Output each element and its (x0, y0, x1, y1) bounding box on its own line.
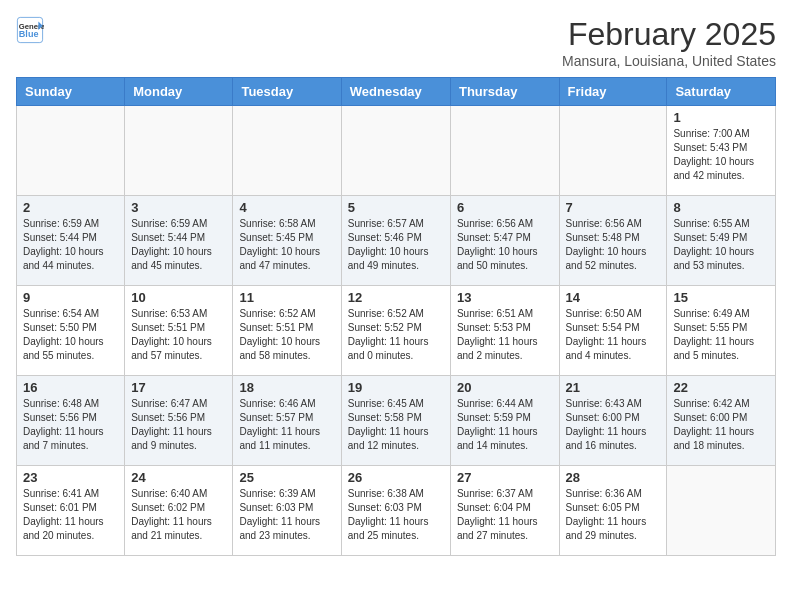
calendar-cell: 16Sunrise: 6:48 AM Sunset: 5:56 PM Dayli… (17, 376, 125, 466)
title-block: February 2025 Mansura, Louisiana, United… (562, 16, 776, 69)
day-info: Sunrise: 6:38 AM Sunset: 6:03 PM Dayligh… (348, 487, 444, 543)
day-info: Sunrise: 6:44 AM Sunset: 5:59 PM Dayligh… (457, 397, 553, 453)
calendar-cell: 8Sunrise: 6:55 AM Sunset: 5:49 PM Daylig… (667, 196, 776, 286)
calendar-cell: 20Sunrise: 6:44 AM Sunset: 5:59 PM Dayli… (450, 376, 559, 466)
day-info: Sunrise: 6:52 AM Sunset: 5:51 PM Dayligh… (239, 307, 334, 363)
calendar-cell: 28Sunrise: 6:36 AM Sunset: 6:05 PM Dayli… (559, 466, 667, 556)
day-info: Sunrise: 6:58 AM Sunset: 5:45 PM Dayligh… (239, 217, 334, 273)
month-title: February 2025 (562, 16, 776, 53)
day-number: 11 (239, 290, 334, 305)
day-number: 21 (566, 380, 661, 395)
day-number: 22 (673, 380, 769, 395)
calendar-cell (17, 106, 125, 196)
day-number: 6 (457, 200, 553, 215)
day-info: Sunrise: 6:57 AM Sunset: 5:46 PM Dayligh… (348, 217, 444, 273)
day-info: Sunrise: 6:41 AM Sunset: 6:01 PM Dayligh… (23, 487, 118, 543)
weekday-header: Tuesday (233, 78, 341, 106)
calendar-cell: 26Sunrise: 6:38 AM Sunset: 6:03 PM Dayli… (341, 466, 450, 556)
calendar-week-row: 9Sunrise: 6:54 AM Sunset: 5:50 PM Daylig… (17, 286, 776, 376)
calendar-cell (450, 106, 559, 196)
calendar-cell: 1Sunrise: 7:00 AM Sunset: 5:43 PM Daylig… (667, 106, 776, 196)
day-number: 1 (673, 110, 769, 125)
day-info: Sunrise: 6:43 AM Sunset: 6:00 PM Dayligh… (566, 397, 661, 453)
calendar-cell: 17Sunrise: 6:47 AM Sunset: 5:56 PM Dayli… (125, 376, 233, 466)
day-info: Sunrise: 6:54 AM Sunset: 5:50 PM Dayligh… (23, 307, 118, 363)
day-info: Sunrise: 6:52 AM Sunset: 5:52 PM Dayligh… (348, 307, 444, 363)
calendar-cell: 9Sunrise: 6:54 AM Sunset: 5:50 PM Daylig… (17, 286, 125, 376)
calendar-cell: 10Sunrise: 6:53 AM Sunset: 5:51 PM Dayli… (125, 286, 233, 376)
calendar-week-row: 23Sunrise: 6:41 AM Sunset: 6:01 PM Dayli… (17, 466, 776, 556)
day-info: Sunrise: 6:46 AM Sunset: 5:57 PM Dayligh… (239, 397, 334, 453)
weekday-header: Monday (125, 78, 233, 106)
calendar-cell: 22Sunrise: 6:42 AM Sunset: 6:00 PM Dayli… (667, 376, 776, 466)
day-number: 25 (239, 470, 334, 485)
calendar-cell (125, 106, 233, 196)
calendar-cell (341, 106, 450, 196)
calendar-cell (667, 466, 776, 556)
weekday-header: Friday (559, 78, 667, 106)
day-info: Sunrise: 6:53 AM Sunset: 5:51 PM Dayligh… (131, 307, 226, 363)
day-number: 14 (566, 290, 661, 305)
day-info: Sunrise: 6:39 AM Sunset: 6:03 PM Dayligh… (239, 487, 334, 543)
calendar-week-row: 2Sunrise: 6:59 AM Sunset: 5:44 PM Daylig… (17, 196, 776, 286)
calendar-cell: 25Sunrise: 6:39 AM Sunset: 6:03 PM Dayli… (233, 466, 341, 556)
weekday-header: Saturday (667, 78, 776, 106)
logo: General Blue (16, 16, 44, 44)
calendar-cell: 3Sunrise: 6:59 AM Sunset: 5:44 PM Daylig… (125, 196, 233, 286)
calendar-cell: 18Sunrise: 6:46 AM Sunset: 5:57 PM Dayli… (233, 376, 341, 466)
day-number: 7 (566, 200, 661, 215)
day-number: 18 (239, 380, 334, 395)
day-info: Sunrise: 6:55 AM Sunset: 5:49 PM Dayligh… (673, 217, 769, 273)
day-info: Sunrise: 6:48 AM Sunset: 5:56 PM Dayligh… (23, 397, 118, 453)
day-info: Sunrise: 7:00 AM Sunset: 5:43 PM Dayligh… (673, 127, 769, 183)
calendar-week-row: 1Sunrise: 7:00 AM Sunset: 5:43 PM Daylig… (17, 106, 776, 196)
calendar-cell: 14Sunrise: 6:50 AM Sunset: 5:54 PM Dayli… (559, 286, 667, 376)
day-number: 2 (23, 200, 118, 215)
day-info: Sunrise: 6:42 AM Sunset: 6:00 PM Dayligh… (673, 397, 769, 453)
calendar-cell: 7Sunrise: 6:56 AM Sunset: 5:48 PM Daylig… (559, 196, 667, 286)
day-number: 10 (131, 290, 226, 305)
weekday-header: Thursday (450, 78, 559, 106)
day-info: Sunrise: 6:59 AM Sunset: 5:44 PM Dayligh… (23, 217, 118, 273)
day-number: 28 (566, 470, 661, 485)
day-number: 15 (673, 290, 769, 305)
day-number: 17 (131, 380, 226, 395)
day-number: 16 (23, 380, 118, 395)
day-number: 23 (23, 470, 118, 485)
calendar-cell: 12Sunrise: 6:52 AM Sunset: 5:52 PM Dayli… (341, 286, 450, 376)
calendar-cell: 2Sunrise: 6:59 AM Sunset: 5:44 PM Daylig… (17, 196, 125, 286)
calendar-table: SundayMondayTuesdayWednesdayThursdayFrid… (16, 77, 776, 556)
day-info: Sunrise: 6:45 AM Sunset: 5:58 PM Dayligh… (348, 397, 444, 453)
day-number: 27 (457, 470, 553, 485)
day-number: 13 (457, 290, 553, 305)
day-number: 5 (348, 200, 444, 215)
calendar-cell: 21Sunrise: 6:43 AM Sunset: 6:00 PM Dayli… (559, 376, 667, 466)
day-info: Sunrise: 6:59 AM Sunset: 5:44 PM Dayligh… (131, 217, 226, 273)
day-info: Sunrise: 6:56 AM Sunset: 5:47 PM Dayligh… (457, 217, 553, 273)
day-number: 3 (131, 200, 226, 215)
day-number: 9 (23, 290, 118, 305)
day-number: 8 (673, 200, 769, 215)
weekday-header-row: SundayMondayTuesdayWednesdayThursdayFrid… (17, 78, 776, 106)
svg-text:Blue: Blue (19, 29, 39, 39)
calendar-cell: 27Sunrise: 6:37 AM Sunset: 6:04 PM Dayli… (450, 466, 559, 556)
day-number: 19 (348, 380, 444, 395)
weekday-header: Sunday (17, 78, 125, 106)
day-info: Sunrise: 6:56 AM Sunset: 5:48 PM Dayligh… (566, 217, 661, 273)
calendar-cell: 13Sunrise: 6:51 AM Sunset: 5:53 PM Dayli… (450, 286, 559, 376)
calendar-cell: 24Sunrise: 6:40 AM Sunset: 6:02 PM Dayli… (125, 466, 233, 556)
calendar-cell (233, 106, 341, 196)
day-info: Sunrise: 6:50 AM Sunset: 5:54 PM Dayligh… (566, 307, 661, 363)
day-number: 20 (457, 380, 553, 395)
day-info: Sunrise: 6:40 AM Sunset: 6:02 PM Dayligh… (131, 487, 226, 543)
calendar-cell: 6Sunrise: 6:56 AM Sunset: 5:47 PM Daylig… (450, 196, 559, 286)
page-header: General Blue February 2025 Mansura, Loui… (16, 16, 776, 69)
calendar-week-row: 16Sunrise: 6:48 AM Sunset: 5:56 PM Dayli… (17, 376, 776, 466)
calendar-cell: 15Sunrise: 6:49 AM Sunset: 5:55 PM Dayli… (667, 286, 776, 376)
calendar-cell: 4Sunrise: 6:58 AM Sunset: 5:45 PM Daylig… (233, 196, 341, 286)
calendar-cell: 11Sunrise: 6:52 AM Sunset: 5:51 PM Dayli… (233, 286, 341, 376)
calendar-cell: 5Sunrise: 6:57 AM Sunset: 5:46 PM Daylig… (341, 196, 450, 286)
day-number: 26 (348, 470, 444, 485)
day-info: Sunrise: 6:49 AM Sunset: 5:55 PM Dayligh… (673, 307, 769, 363)
day-number: 4 (239, 200, 334, 215)
